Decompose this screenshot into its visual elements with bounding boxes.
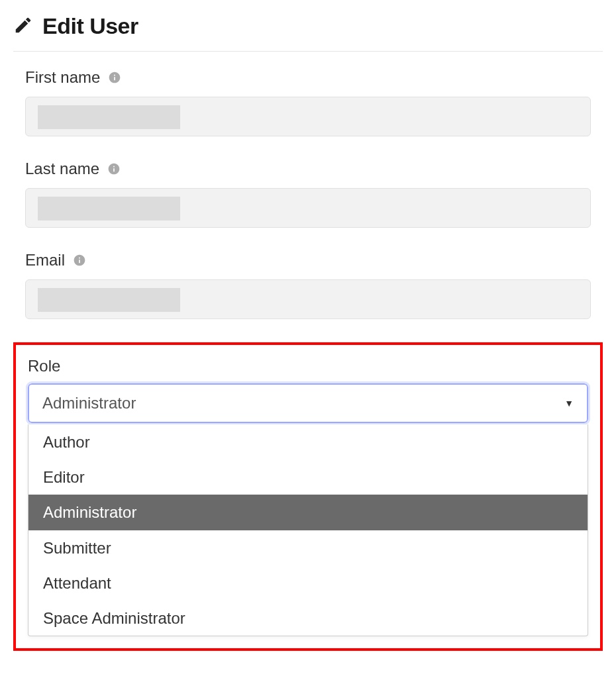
role-option-editor[interactable]: Editor bbox=[28, 460, 588, 495]
role-option-submitter[interactable]: Submitter bbox=[28, 530, 588, 565]
email-field[interactable] bbox=[25, 279, 591, 319]
email-label: Email bbox=[25, 251, 65, 269]
role-group: Role Administrator ▼ Author Editor Admin… bbox=[28, 357, 588, 636]
first-name-field[interactable] bbox=[25, 97, 591, 136]
first-name-group: First name bbox=[25, 68, 591, 136]
info-icon[interactable] bbox=[73, 254, 86, 267]
role-select[interactable]: Administrator ▼ bbox=[28, 383, 588, 423]
email-group: Email bbox=[25, 251, 591, 319]
page-header: Edit User bbox=[13, 13, 603, 52]
role-option-author[interactable]: Author bbox=[28, 424, 588, 460]
redacted-value bbox=[38, 105, 180, 129]
last-name-group: Last name bbox=[25, 160, 591, 228]
first-name-label-row: First name bbox=[25, 68, 591, 87]
last-name-label: Last name bbox=[25, 160, 99, 178]
info-icon[interactable] bbox=[107, 162, 121, 175]
role-dropdown-list: Author Editor Administrator Submitter At… bbox=[28, 424, 588, 636]
page-title: Edit User bbox=[42, 13, 138, 39]
role-option-administrator[interactable]: Administrator bbox=[28, 495, 588, 530]
email-label-row: Email bbox=[25, 251, 591, 269]
redacted-value bbox=[38, 197, 180, 220]
edit-user-form: First name Last name Email bbox=[13, 68, 603, 651]
redacted-value bbox=[38, 288, 180, 312]
role-option-space-administrator[interactable]: Space Administrator bbox=[28, 601, 588, 636]
last-name-label-row: Last name bbox=[25, 160, 591, 178]
role-selected-value: Administrator bbox=[42, 394, 136, 412]
info-icon[interactable] bbox=[108, 71, 121, 84]
role-label: Role bbox=[28, 357, 60, 375]
last-name-field[interactable] bbox=[25, 188, 591, 228]
role-option-attendant[interactable]: Attendant bbox=[28, 565, 588, 601]
first-name-label: First name bbox=[25, 68, 100, 87]
role-label-row: Role bbox=[28, 357, 588, 375]
role-select-wrapper: Administrator ▼ Author Editor Administra… bbox=[28, 383, 588, 636]
chevron-down-icon: ▼ bbox=[564, 398, 574, 409]
role-highlight-box: Role Administrator ▼ Author Editor Admin… bbox=[13, 342, 603, 651]
pencil-icon bbox=[13, 15, 33, 38]
